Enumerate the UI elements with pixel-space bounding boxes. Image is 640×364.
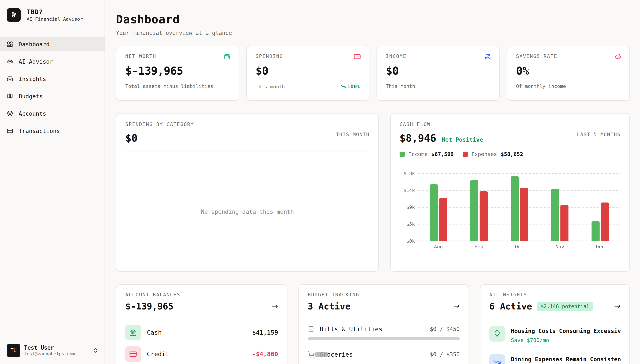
net-worth-card: NET WORTH $-139,965 Total assets minus l…: [116, 46, 239, 101]
ai-insights-card: AI INSIGHTS 6 Active $2,146 potential →: [480, 284, 630, 364]
insight-item-dining[interactable]: Dining Expenses Remain Consistently…: [489, 349, 620, 364]
period-label: LAST 5 MONTHS: [577, 132, 620, 137]
income-legend-swatch: [399, 152, 405, 157]
card-value: 3 Active: [308, 301, 350, 312]
page-subtitle: Your financial overview at a glance: [116, 30, 630, 36]
account-row-credit[interactable]: Credit -$4,860: [125, 344, 278, 364]
arrow-right-icon[interactable]: →: [453, 302, 460, 310]
stat-value: $0: [256, 64, 360, 77]
income-bar: [591, 221, 599, 241]
sidebar-item-accounts[interactable]: Accounts: [0, 106, 105, 120]
cash-flow-chart: $18k$14k$9k$5k$0k AugSepOctNovDec: [391, 165, 629, 271]
y-tick-label: $5k: [406, 222, 415, 227]
budget-item-bills[interactable]: Bills & Utilities $0 / $450: [308, 321, 460, 346]
stat-subtext: Of monthly income: [516, 84, 566, 89]
empty-state-message: No spending data this month: [201, 208, 294, 215]
stat-value: 0%: [516, 64, 621, 77]
account-balances-card: ACCOUNT BALANCES $-139,965 → Cash $41,15…: [116, 284, 287, 364]
stat-label: SAVINGS RATE: [516, 54, 621, 59]
sidebar-item-label: Budgets: [19, 93, 43, 100]
card-label: CASH FLOW: [399, 122, 620, 127]
period-label: THIS MONTH: [336, 132, 369, 137]
income-bar: [551, 189, 559, 241]
avatar: TU: [7, 344, 20, 357]
bar-group-sep: [459, 173, 499, 241]
y-tick-label: $18k: [403, 171, 415, 176]
trending-down-icon: [489, 354, 505, 364]
trending-down-icon: [341, 84, 346, 90]
card-value: $0: [125, 132, 369, 144]
arrow-right-icon[interactable]: →: [614, 302, 620, 310]
user-email: test@zachphelps.com: [24, 351, 75, 356]
income-card: INCOME $0 This month: [376, 46, 500, 101]
legend-value: $67,599: [431, 151, 454, 157]
expenses-bar: [520, 188, 528, 241]
sidebar-item-label: Insights: [19, 76, 46, 82]
credit-card-icon: [354, 53, 361, 60]
card-label: BUDGET TRACKING: [308, 292, 460, 298]
insight-title: Housing Costs Consuming Excessive I…: [511, 328, 620, 334]
bar-group-oct: [499, 173, 539, 241]
cash-flow-card: CASH FLOW LAST 5 MONTHS $8,946 Net Posit…: [390, 113, 630, 272]
bar-group-aug: [418, 173, 459, 241]
bottom-row: ACCOUNT BALANCES $-139,965 → Cash $41,15…: [116, 284, 630, 364]
stat-value: $0: [386, 64, 490, 77]
main-content: Dashboard Your financial overview at a g…: [105, 0, 640, 364]
user-menu[interactable]: TU Test User test@zachphelps.com: [0, 339, 105, 364]
x-tick-label: Sep: [459, 244, 499, 250]
map-icon: [7, 93, 13, 99]
dashboard-grid-icon: [7, 41, 13, 47]
expenses-bar: [439, 198, 447, 241]
bar-group-nov: [540, 173, 580, 241]
sidebar: TBD? AI Financial Advisor Dashboard AI A…: [0, 0, 105, 364]
cash-flow-status: Net Positive: [442, 136, 483, 143]
x-tick-label: Nov: [540, 244, 580, 250]
arrow-right-icon[interactable]: →: [272, 302, 278, 310]
layers-icon: [7, 110, 13, 117]
cash-flow-value: $8,946: [399, 132, 436, 144]
insight-savings: Save $700/mo: [511, 337, 620, 343]
budget-item-groceries[interactable]: Groceries $0 / $350: [308, 346, 460, 358]
sidebar-item-ai-advisor[interactable]: AI Advisor: [0, 54, 105, 68]
sidebar-item-label: Accounts: [19, 110, 46, 117]
card-label: AI INSIGHTS: [489, 292, 620, 298]
sidebar-item-dashboard[interactable]: Dashboard: [0, 37, 105, 51]
x-tick-label: Oct: [499, 244, 539, 250]
expenses-bar: [560, 205, 568, 241]
chevron-up-down-icon: [93, 348, 99, 354]
card-value: $-139,965: [125, 301, 173, 312]
expenses-bar: [601, 202, 609, 241]
stats-row: NET WORTH $-139,965 Total assets minus l…: [116, 46, 630, 101]
sidebar-item-transactions[interactable]: Transactions: [0, 124, 105, 138]
budget-name: Groceries: [320, 351, 353, 358]
account-row-cash[interactable]: Cash $41,159: [125, 322, 278, 342]
chart-plot-area: [418, 173, 620, 241]
spending-trend: 100%: [341, 84, 360, 90]
hand-coins-icon: [484, 53, 491, 60]
app-subtitle: AI Financial Advisor: [27, 16, 83, 22]
app-title: TBD?: [27, 8, 83, 16]
y-tick-label: $9k: [406, 204, 415, 210]
income-bar: [470, 180, 478, 241]
bot-icon: [7, 58, 13, 65]
piggy-bank-icon: [614, 53, 621, 60]
expenses-bar: [480, 191, 488, 241]
legend-name: Expenses: [472, 151, 497, 157]
budget-amounts: $0 / $450: [430, 326, 460, 332]
x-tick-label: Dec: [580, 244, 620, 250]
sidebar-nav: Dashboard AI Advisor Insights: [0, 37, 105, 141]
sidebar-item-insights[interactable]: Insights: [0, 72, 105, 86]
income-bar: [511, 176, 519, 241]
credit-card-icon: [125, 346, 141, 362]
sidebar-item-label: AI Advisor: [19, 58, 53, 65]
account-name: Credit: [147, 350, 169, 358]
sidebar-item-budgets[interactable]: Budgets: [0, 89, 105, 103]
stat-subtext: This month: [386, 84, 415, 89]
account-value: -$4,860: [252, 350, 278, 358]
account-value: $41,159: [252, 329, 278, 336]
account-name: Cash: [147, 329, 162, 336]
stat-label: NET WORTH: [125, 54, 230, 59]
insight-item-housing[interactable]: Housing Costs Consuming Excessive I… Sav…: [489, 321, 620, 349]
page-title: Dashboard: [116, 13, 630, 26]
chart-legend: Income $67,599 Expenses $58,652: [399, 151, 620, 157]
